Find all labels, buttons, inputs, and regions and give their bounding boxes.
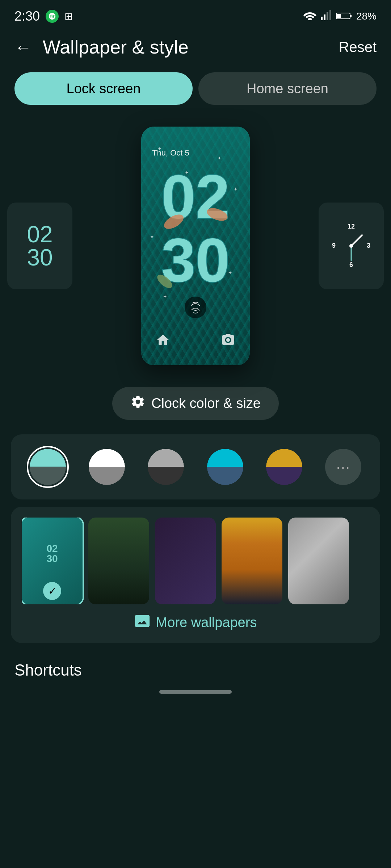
top-bar-left: ← Wallpaper & style [14, 36, 189, 58]
bottom-nav [0, 683, 391, 708]
wallpaper-thumb-5[interactable] [288, 518, 349, 604]
phone-home-shortcut[interactable] [156, 333, 170, 347]
shortcuts-section: Shortcuts [0, 650, 391, 683]
spotify-icon [46, 10, 59, 23]
phone-bottom-icons [141, 333, 250, 347]
phone-clock-display: 02 30 [141, 156, 250, 300]
analog-clock: 12 3 6 9 [326, 221, 377, 271]
wallpaper-thumb-1[interactable]: 02 30 ✓ [22, 518, 83, 604]
top-bar: ← Wallpaper & style Reset [0, 29, 391, 65]
clock-style-right[interactable]: 12 3 6 9 [319, 203, 384, 289]
svg-text:3: 3 [367, 242, 370, 249]
shortcuts-label: Shortcuts [14, 661, 82, 679]
tab-home-screen[interactable]: Home screen [198, 72, 377, 105]
tabs-container: Lock screen Home screen [0, 65, 391, 112]
tab-lock-screen[interactable]: Lock screen [14, 72, 193, 105]
clock-btn-label: Clock color & size [151, 396, 261, 411]
svg-rect-3 [329, 10, 331, 20]
svg-rect-5 [350, 15, 352, 17]
more-wallpapers-button[interactable]: More wallpapers [22, 613, 369, 632]
wallpaper-section: 02 30 ✓ More wallpapers [11, 507, 380, 643]
image-add-icon [134, 613, 150, 632]
color-more-button[interactable]: ··· [325, 449, 361, 485]
svg-rect-31 [207, 467, 243, 485]
svg-rect-6 [337, 14, 341, 18]
svg-text:9: 9 [332, 242, 336, 249]
svg-text:12: 12 [348, 223, 355, 230]
battery-icon [336, 10, 352, 23]
battery-percent: 28% [356, 10, 377, 22]
wallpaper-thumb-4[interactable] [222, 518, 282, 604]
back-button[interactable]: ← [14, 37, 32, 57]
svg-rect-2 [327, 12, 328, 20]
svg-rect-21 [30, 467, 66, 485]
svg-text:6: 6 [349, 261, 353, 268]
clock-style-left[interactable]: 02 30 [7, 203, 72, 289]
color-option-gold-purple[interactable] [266, 449, 302, 485]
color-option-teal-white[interactable] [30, 449, 66, 485]
notification-icon: ⊞ [64, 10, 73, 22]
clock-settings-container: Clock color & size [0, 380, 391, 427]
color-palette-section: ··· [11, 434, 380, 499]
wallpaper-thumb-3[interactable] [155, 518, 216, 604]
fingerprint-icon[interactable] [185, 297, 206, 318]
svg-rect-34 [266, 467, 302, 485]
reset-button[interactable]: Reset [339, 39, 377, 55]
color-option-white-gray[interactable] [89, 449, 125, 485]
svg-rect-1 [324, 14, 325, 20]
signal-icon [321, 10, 332, 23]
phone-preview: ✦ ✦ ✦ ✦ ✦ ✦ ✦ ✦ Thu, Oct 5 02 30 [141, 127, 250, 365]
color-option-gray-dark[interactable] [148, 449, 184, 485]
bottom-home-indicator[interactable] [159, 690, 232, 694]
svg-line-16 [351, 235, 362, 246]
status-bar: 2:30 ⊞ 28% [0, 0, 391, 29]
status-left: 2:30 ⊞ [14, 9, 73, 24]
wallpaper-selected-check: ✓ [43, 582, 61, 600]
svg-rect-28 [148, 467, 184, 485]
wallpaper-thumb-2[interactable] [88, 518, 149, 604]
digital-clock-display: 02 30 [27, 223, 52, 269]
gear-icon [130, 394, 146, 413]
svg-point-18 [349, 244, 353, 248]
color-option-teal-blue[interactable] [207, 449, 243, 485]
svg-rect-20 [30, 449, 66, 467]
more-wallpapers-label: More wallpapers [156, 615, 257, 630]
wallpaper-grid: 02 30 ✓ [22, 518, 369, 604]
phone-camera-shortcut[interactable] [221, 333, 235, 347]
svg-rect-30 [207, 449, 243, 467]
svg-rect-27 [148, 449, 184, 467]
clock-color-size-button[interactable]: Clock color & size [112, 387, 279, 420]
preview-area: 02 30 ✦ ✦ ✦ ✦ ✦ ✦ ✦ ✦ Thu, Oct 5 02 [0, 119, 391, 373]
time-display: 2:30 [14, 9, 40, 24]
status-right: 28% [303, 10, 377, 23]
wifi-icon [303, 10, 316, 23]
svg-rect-24 [89, 449, 125, 467]
svg-rect-25 [89, 467, 125, 485]
page-title: Wallpaper & style [43, 36, 189, 58]
svg-rect-0 [321, 17, 323, 20]
svg-rect-33 [266, 449, 302, 467]
